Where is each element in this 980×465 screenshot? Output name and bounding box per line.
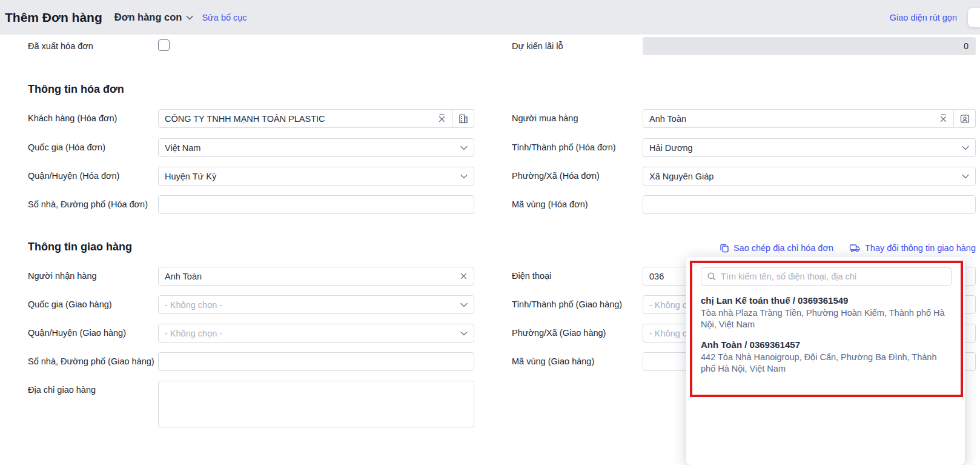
clear-icon[interactable]	[438, 114, 446, 123]
page-title: Thêm Đơn hàng	[5, 10, 102, 25]
clear-icon[interactable]	[460, 272, 468, 280]
invoice-district-label: Quận/Huyện (Hóa đơn)	[28, 167, 119, 186]
delivery-street-field	[158, 352, 474, 371]
receiver-field	[158, 267, 474, 286]
invoice-district-select[interactable]: Huyện Tứ Kỳ	[158, 167, 474, 186]
edit-layout-link[interactable]: Sửa bố cục	[202, 13, 247, 22]
contact-list-item[interactable]: chị Lan Kế toán thuế / 0369361549 Tòa nh…	[701, 291, 952, 335]
copy-invoice-address-link[interactable]: Sao chép địa chỉ hóa đơn	[720, 243, 833, 253]
delivery-street-label: Số nhà, Đường phố (Giao hàng)	[28, 352, 154, 371]
invoice-ward-select[interactable]: Xã Nguyên Giáp	[643, 167, 976, 186]
invoice-areacode-field	[643, 195, 976, 214]
chevron-down-icon	[460, 303, 468, 307]
customer-input-group	[158, 109, 474, 128]
contact-card-icon	[959, 113, 970, 124]
delivery-province-label: Tỉnh/Thành phố (Giao hàng)	[512, 295, 622, 314]
invoiced-checkbox[interactable]	[158, 39, 170, 51]
contact-list: chị Lan Kế toán thuế / 0369361549 Tòa nh…	[701, 291, 952, 380]
customer-label: Khách hàng (Hóa đơn)	[28, 109, 117, 128]
invoice-section-title: Thông tin hóa đơn	[28, 83, 124, 96]
company-lookup-button[interactable]	[452, 109, 474, 128]
order-type-label: Đơn hàng con	[114, 12, 182, 23]
delivery-country-value: - Không chọn -	[165, 300, 222, 310]
contact-lookup-button[interactable]	[954, 109, 976, 128]
invoice-province-label: Tỉnh/Thành phố (Hóa đơn)	[512, 138, 616, 157]
copy-invoice-address-label: Sao chép địa chỉ hóa đơn	[733, 243, 833, 253]
contact-name-phone: chị Lan Kế toán thuế / 0369361549	[701, 295, 952, 306]
change-delivery-info-label: Thay đổi thông tin giao hàng	[865, 243, 976, 253]
delivery-country-label: Quốc gia (Giao hàng)	[28, 295, 112, 314]
copy-icon	[720, 243, 729, 253]
contact-search-box	[701, 267, 952, 286]
profit-value-field: 0	[643, 37, 976, 55]
profit-value: 0	[964, 41, 968, 51]
customer-input[interactable]	[165, 114, 434, 124]
contact-picker-popup: chị Lan Kế toán thuế / 0369361549 Tòa nh…	[686, 257, 965, 465]
invoice-country-select[interactable]: Việt Nam	[158, 138, 474, 157]
profit-label: Dự kiến lãi lỗ	[512, 37, 563, 56]
truck-icon	[849, 243, 861, 253]
chevron-down-icon	[962, 146, 969, 150]
invoice-district-value: Huyện Tứ Kỳ	[165, 172, 216, 181]
add-order-page: Thêm Đơn hàng Đơn hàng con Sửa bố cục Gi…	[0, 0, 980, 465]
receiver-label: Người nhận hàng	[28, 267, 97, 286]
delivery-areacode-label: Mã vùng (Giao hàng)	[512, 352, 594, 371]
invoice-province-value: Hải Dương	[649, 143, 693, 153]
delivery-links: Sao chép địa chỉ hóa đơn Thay đổi thông …	[666, 243, 976, 253]
page-header: Thêm Đơn hàng Đơn hàng con Sửa bố cục Gi…	[0, 0, 980, 35]
receiver-input[interactable]	[165, 267, 456, 285]
invoice-street-label: Số nhà, Đường phố (Hóa đơn)	[28, 195, 148, 214]
change-delivery-info-link[interactable]: Thay đổi thông tin giao hàng	[849, 243, 976, 253]
delivery-ward-label: Phường/Xã (Giao hàng)	[512, 324, 606, 343]
chevron-down-icon	[186, 15, 193, 20]
contact-address: 442 Tòa Nhà Hanoigroup, Đội Cấn, Phường …	[701, 352, 952, 375]
chevron-down-icon	[460, 146, 468, 150]
building-icon	[458, 113, 469, 124]
buyer-input[interactable]	[649, 114, 936, 124]
invoice-areacode-input[interactable]	[649, 196, 969, 213]
chevron-down-icon	[460, 174, 468, 179]
search-icon	[707, 272, 717, 281]
clear-icon[interactable]	[939, 114, 947, 123]
invoiced-label: Đã xuất hóa đơn	[28, 37, 93, 56]
contact-search-input[interactable]	[721, 272, 945, 281]
invoice-ward-value: Xã Nguyên Giáp	[649, 172, 713, 181]
invoice-street-field	[158, 195, 474, 214]
invoice-ward-label: Phường/Xã (Hóa đơn)	[512, 167, 600, 186]
buyer-input-group	[643, 109, 976, 128]
collapsed-side-button[interactable]	[968, 8, 980, 27]
invoice-areacode-label: Mã vùng (Hóa đơn)	[512, 195, 588, 214]
invoice-street-input[interactable]	[165, 196, 468, 213]
delivery-country-select[interactable]: - Không chọn -	[158, 295, 474, 314]
contact-list-item[interactable]: Anh Toàn / 0369361457 442 Tòa Nhà Hanoig…	[701, 335, 952, 380]
compact-view-link[interactable]: Giao diện rút gọn	[890, 13, 957, 22]
delivery-district-value: - Không chọn -	[165, 329, 222, 338]
chevron-down-icon	[962, 174, 969, 179]
buyer-label: Người mua hàng	[512, 109, 578, 128]
chevron-down-icon	[460, 331, 468, 336]
order-type-selector[interactable]: Đơn hàng con	[114, 12, 194, 23]
invoice-country-value: Việt Nam	[165, 143, 200, 153]
contact-name-phone: Anh Toàn / 0369361457	[701, 340, 952, 350]
delivery-section-title: Thông tin giao hàng	[28, 241, 132, 253]
contact-address: Tòa nhà Plaza Tràng Tiền, Phường Hoàn Ki…	[701, 307, 952, 330]
delivery-district-select[interactable]: - Không chọn -	[158, 324, 474, 343]
delivery-address-textarea[interactable]	[158, 381, 474, 427]
phone-label: Điện thoại	[512, 267, 551, 286]
invoice-country-label: Quốc gia (Hóa đơn)	[28, 138, 105, 157]
delivery-address-label: Địa chỉ giao hàng	[28, 381, 96, 400]
invoice-province-select[interactable]: Hải Dương	[643, 138, 976, 157]
delivery-street-input[interactable]	[165, 353, 468, 370]
delivery-district-label: Quận/Huyện (Giao hàng)	[28, 324, 126, 343]
